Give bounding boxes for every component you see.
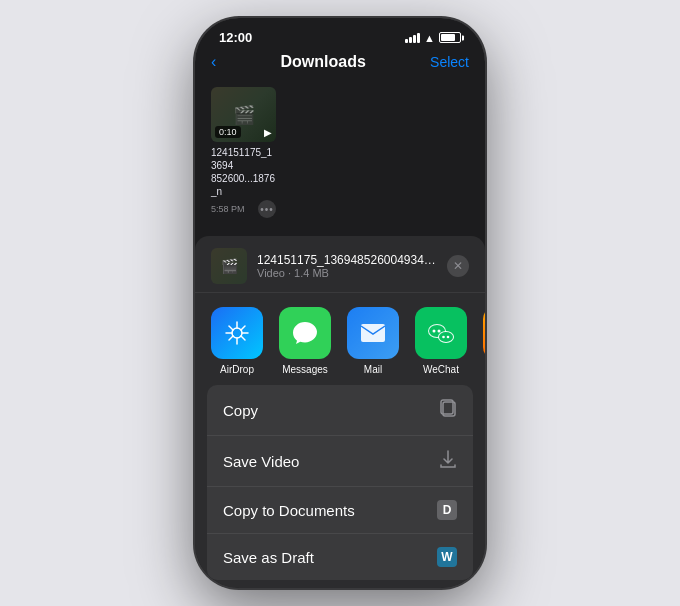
app-airdrop[interactable]: AirDrop: [211, 307, 263, 375]
svg-point-4: [433, 330, 436, 333]
select-button[interactable]: Select: [430, 54, 469, 70]
share-thumb-icon: 🎬: [221, 258, 238, 274]
save-as-draft-label: Save as Draft: [223, 549, 314, 566]
wechat-label: WeChat: [423, 364, 459, 375]
file-thumbnail: 🎬 0:10 ▶: [211, 87, 276, 142]
app-messages[interactable]: Messages: [279, 307, 331, 375]
save-draft-icon: W: [437, 547, 457, 567]
copy-to-docs-icon: D: [437, 500, 457, 520]
file-item[interactable]: 🎬 0:10 ▶ 124151175_13694 852600...1876_n…: [211, 87, 281, 218]
action-list: Copy Save Video: [207, 385, 473, 580]
svg-rect-1: [361, 324, 385, 342]
file-time: 5:58 PM: [211, 204, 245, 214]
signal-icon: [405, 33, 420, 43]
share-header: 🎬 124151175_1369485260049347_324... Vide…: [195, 236, 485, 293]
phone-device: 12:00 ▲ ‹ Downloads Select: [195, 18, 485, 588]
file-meta: 5:58 PM •••: [211, 200, 276, 218]
share-close-button[interactable]: ✕: [447, 255, 469, 277]
share-sheet: 🎬 124151175_1369485260049347_324... Vide…: [195, 236, 485, 588]
messages-icon: [279, 307, 331, 359]
page-title: Downloads: [281, 53, 366, 71]
action-save-as-draft[interactable]: Save as Draft W: [207, 534, 473, 580]
video-duration: 0:10: [215, 126, 241, 138]
thumb-char: 🎬: [233, 104, 255, 126]
file-more-button[interactable]: •••: [258, 200, 276, 218]
svg-point-5: [438, 330, 441, 333]
app-more[interactable]: ·: [483, 307, 485, 375]
mail-label: Mail: [364, 364, 382, 375]
app-mail[interactable]: Mail: [347, 307, 399, 375]
more-dots-icon: •••: [260, 204, 274, 215]
mail-icon: [347, 307, 399, 359]
svg-point-8: [442, 336, 445, 339]
save-video-label: Save Video: [223, 453, 299, 470]
file-list: 🎬 0:10 ▶ 124151175_13694 852600...1876_n…: [195, 79, 485, 236]
status-time: 12:00: [219, 30, 252, 45]
video-icon: ▶: [264, 127, 272, 138]
messages-label: Messages: [282, 364, 328, 375]
back-button[interactable]: ‹: [211, 53, 216, 71]
save-video-icon: [439, 449, 457, 473]
phone-screen: 12:00 ▲ ‹ Downloads Select: [195, 18, 485, 588]
action-copy[interactable]: Copy: [207, 385, 473, 436]
share-file-thumbnail: 🎬: [211, 248, 247, 284]
action-copy-to-documents[interactable]: Copy to Documents D: [207, 487, 473, 534]
share-file-info: 124151175_1369485260049347_324... Video …: [257, 253, 437, 279]
battery-icon: [439, 32, 461, 43]
share-file-size: Video · 1.4 MB: [257, 267, 437, 279]
copy-label: Copy: [223, 402, 258, 419]
battery-fill: [441, 34, 455, 41]
nav-bar: ‹ Downloads Select: [195, 49, 485, 79]
airdrop-icon: [211, 307, 263, 359]
svg-point-9: [447, 336, 450, 339]
wifi-icon: ▲: [424, 32, 435, 44]
svg-point-7: [439, 332, 453, 342]
app-wechat[interactable]: WeChat: [415, 307, 467, 375]
more-icon: [483, 307, 485, 359]
copy-to-documents-label: Copy to Documents: [223, 502, 355, 519]
status-icons: ▲: [405, 32, 461, 44]
share-file-name: 124151175_1369485260049347_324...: [257, 253, 437, 267]
action-save-video[interactable]: Save Video: [207, 436, 473, 487]
close-icon: ✕: [453, 260, 463, 272]
airdrop-label: AirDrop: [220, 364, 254, 375]
status-bar: 12:00 ▲: [195, 18, 485, 49]
app-icons-row: AirDrop Messages: [195, 293, 485, 385]
file-name-line1: 124151175_13694 852600...1876_n: [211, 146, 276, 198]
copy-icon: [439, 398, 457, 422]
wechat-icon: [415, 307, 467, 359]
